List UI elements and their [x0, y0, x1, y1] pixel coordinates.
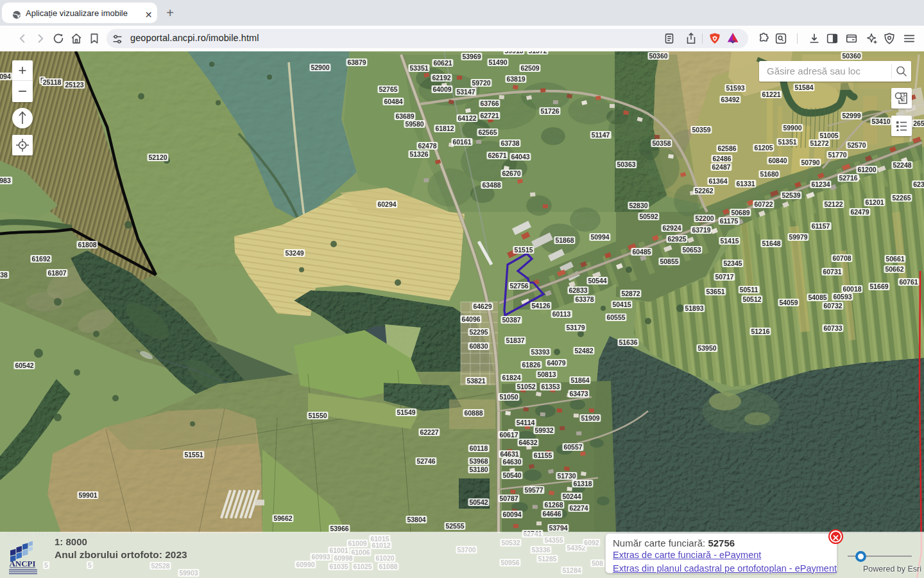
- svg-text:ANCPI: ANCPI: [9, 559, 35, 568]
